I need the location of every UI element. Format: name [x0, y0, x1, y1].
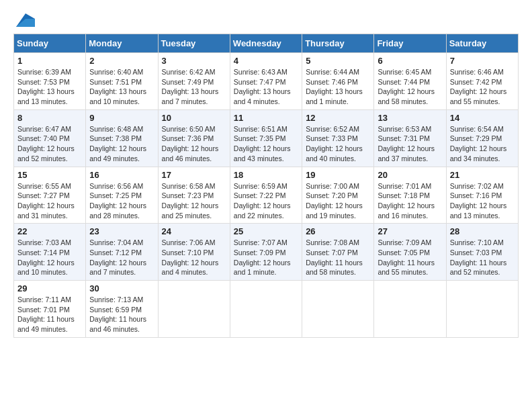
- logo-icon: [16, 13, 35, 27]
- day-number: 24: [162, 226, 226, 236]
- calendar-cell: 26Sunrise: 7:08 AMSunset: 7:07 PMDayligh…: [302, 224, 374, 281]
- calendar-cell: 5Sunrise: 6:44 AMSunset: 7:46 PMDaylight…: [302, 53, 374, 110]
- calendar-cell: 10Sunrise: 6:50 AMSunset: 7:36 PMDayligh…: [158, 109, 230, 167]
- calendar-cell: 14Sunrise: 6:54 AMSunset: 7:29 PMDayligh…: [446, 109, 518, 167]
- day-number: 18: [234, 170, 298, 180]
- calendar-cell: 30Sunrise: 7:13 AMSunset: 6:59 PMDayligh…: [86, 281, 158, 338]
- calendar-cell: 8Sunrise: 6:47 AMSunset: 7:40 PMDaylight…: [14, 109, 86, 167]
- calendar-cell: 28Sunrise: 7:10 AMSunset: 7:03 PMDayligh…: [446, 224, 518, 281]
- calendar-cell: 7Sunrise: 6:46 AMSunset: 7:42 PMDaylight…: [446, 53, 518, 110]
- calendar-cell: 21Sunrise: 7:02 AMSunset: 7:16 PMDayligh…: [446, 167, 518, 224]
- day-number: 23: [89, 226, 154, 236]
- calendar-cell: [446, 281, 518, 338]
- day-info: Sunrise: 6:48 AMSunset: 7:38 PMDaylight:…: [89, 124, 154, 164]
- calendar-cell: 23Sunrise: 7:04 AMSunset: 7:12 PMDayligh…: [86, 224, 158, 281]
- day-info: Sunrise: 7:02 AMSunset: 7:16 PMDaylight:…: [450, 181, 515, 221]
- day-info: Sunrise: 7:06 AMSunset: 7:10 PMDaylight:…: [162, 238, 226, 277]
- day-info: Sunrise: 7:11 AMSunset: 7:01 PMDaylight:…: [17, 295, 82, 334]
- day-info: Sunrise: 7:10 AMSunset: 7:03 PMDaylight:…: [450, 238, 515, 277]
- day-info: Sunrise: 6:40 AMSunset: 7:51 PMDaylight:…: [89, 67, 154, 107]
- calendar-cell: 24Sunrise: 7:06 AMSunset: 7:10 PMDayligh…: [158, 224, 230, 281]
- day-number: 4: [234, 56, 298, 66]
- calendar-week-row: 29Sunrise: 7:11 AMSunset: 7:01 PMDayligh…: [14, 281, 519, 338]
- day-number: 3: [162, 56, 226, 66]
- calendar-cell: 12Sunrise: 6:52 AMSunset: 7:33 PMDayligh…: [302, 109, 374, 167]
- calendar-cell: 27Sunrise: 7:09 AMSunset: 7:05 PMDayligh…: [374, 224, 446, 281]
- weekday-header-cell: Saturday: [446, 34, 518, 53]
- weekday-header-cell: Sunday: [14, 34, 86, 53]
- day-info: Sunrise: 6:54 AMSunset: 7:29 PMDaylight:…: [450, 124, 515, 164]
- day-info: Sunrise: 6:46 AMSunset: 7:42 PMDaylight:…: [450, 67, 515, 107]
- calendar-cell: 4Sunrise: 6:43 AMSunset: 7:47 PMDaylight…: [230, 53, 302, 110]
- day-number: 14: [450, 113, 515, 123]
- weekday-header-cell: Thursday: [302, 34, 374, 53]
- day-number: 15: [17, 170, 82, 180]
- day-number: 6: [378, 56, 442, 66]
- day-info: Sunrise: 6:59 AMSunset: 7:22 PMDaylight:…: [234, 181, 298, 221]
- calendar-cell: 9Sunrise: 6:48 AMSunset: 7:38 PMDaylight…: [86, 109, 158, 167]
- calendar-cell: 6Sunrise: 6:45 AMSunset: 7:44 PMDaylight…: [374, 53, 446, 110]
- day-info: Sunrise: 6:58 AMSunset: 7:23 PMDaylight:…: [162, 181, 226, 221]
- day-number: 7: [450, 56, 515, 66]
- weekday-header-cell: Tuesday: [158, 34, 230, 53]
- day-number: 5: [306, 56, 370, 66]
- day-number: 25: [234, 226, 298, 236]
- calendar-week-row: 22Sunrise: 7:03 AMSunset: 7:14 PMDayligh…: [14, 224, 519, 281]
- weekday-header-cell: Wednesday: [230, 34, 302, 53]
- day-number: 26: [306, 226, 370, 236]
- day-info: Sunrise: 6:56 AMSunset: 7:25 PMDaylight:…: [89, 181, 154, 221]
- calendar-week-row: 1Sunrise: 6:39 AMSunset: 7:53 PMDaylight…: [14, 53, 519, 110]
- day-info: Sunrise: 7:13 AMSunset: 6:59 PMDaylight:…: [89, 295, 154, 334]
- day-number: 29: [17, 283, 82, 293]
- calendar-week-row: 8Sunrise: 6:47 AMSunset: 7:40 PMDaylight…: [14, 109, 519, 167]
- day-number: 21: [450, 170, 515, 180]
- calendar-cell: 11Sunrise: 6:51 AMSunset: 7:35 PMDayligh…: [230, 109, 302, 167]
- day-number: 1: [17, 56, 82, 66]
- calendar-cell: 2Sunrise: 6:40 AMSunset: 7:51 PMDaylight…: [86, 53, 158, 110]
- calendar-cell: 15Sunrise: 6:55 AMSunset: 7:27 PMDayligh…: [14, 167, 86, 224]
- day-number: 16: [89, 170, 154, 180]
- day-number: 20: [378, 170, 442, 180]
- day-info: Sunrise: 7:01 AMSunset: 7:18 PMDaylight:…: [378, 181, 442, 221]
- calendar-cell: 29Sunrise: 7:11 AMSunset: 7:01 PMDayligh…: [14, 281, 86, 338]
- calendar-cell: 18Sunrise: 6:59 AMSunset: 7:22 PMDayligh…: [230, 167, 302, 224]
- day-info: Sunrise: 6:42 AMSunset: 7:49 PMDaylight:…: [162, 67, 226, 107]
- weekday-header-cell: Monday: [86, 34, 158, 53]
- day-info: Sunrise: 7:08 AMSunset: 7:07 PMDaylight:…: [306, 238, 370, 277]
- day-number: 22: [17, 226, 82, 236]
- day-info: Sunrise: 6:39 AMSunset: 7:53 PMDaylight:…: [17, 67, 82, 107]
- day-number: 9: [89, 113, 154, 123]
- calendar-cell: 16Sunrise: 6:56 AMSunset: 7:25 PMDayligh…: [86, 167, 158, 224]
- day-info: Sunrise: 7:03 AMSunset: 7:14 PMDaylight:…: [17, 238, 82, 277]
- day-info: Sunrise: 6:53 AMSunset: 7:31 PMDaylight:…: [378, 124, 442, 164]
- weekday-header-row: SundayMondayTuesdayWednesdayThursdayFrid…: [14, 34, 519, 53]
- day-info: Sunrise: 6:47 AMSunset: 7:40 PMDaylight:…: [17, 124, 82, 164]
- day-info: Sunrise: 6:52 AMSunset: 7:33 PMDaylight:…: [306, 124, 370, 164]
- day-info: Sunrise: 6:44 AMSunset: 7:46 PMDaylight:…: [306, 67, 370, 107]
- day-info: Sunrise: 6:50 AMSunset: 7:36 PMDaylight:…: [162, 124, 226, 164]
- calendar-cell: 22Sunrise: 7:03 AMSunset: 7:14 PMDayligh…: [14, 224, 86, 281]
- weekday-header-cell: Friday: [374, 34, 446, 53]
- calendar-table: SundayMondayTuesdayWednesdayThursdayFrid…: [13, 34, 519, 338]
- calendar-body: 1Sunrise: 6:39 AMSunset: 7:53 PMDaylight…: [14, 53, 519, 338]
- calendar-cell: 25Sunrise: 7:07 AMSunset: 7:09 PMDayligh…: [230, 224, 302, 281]
- calendar-cell: 19Sunrise: 7:00 AMSunset: 7:20 PMDayligh…: [302, 167, 374, 224]
- day-info: Sunrise: 7:07 AMSunset: 7:09 PMDaylight:…: [234, 238, 298, 277]
- day-number: 8: [17, 113, 82, 123]
- page-header: [13, 13, 519, 27]
- day-number: 13: [378, 113, 442, 123]
- calendar-cell: 3Sunrise: 6:42 AMSunset: 7:49 PMDaylight…: [158, 53, 230, 110]
- logo: [13, 13, 36, 27]
- calendar-cell: [374, 281, 446, 338]
- day-number: 30: [89, 283, 154, 293]
- day-number: 27: [378, 226, 442, 236]
- day-number: 28: [450, 226, 515, 236]
- day-number: 17: [162, 170, 226, 180]
- calendar-cell: 1Sunrise: 6:39 AMSunset: 7:53 PMDaylight…: [14, 53, 86, 110]
- calendar-cell: [302, 281, 374, 338]
- day-number: 2: [89, 56, 154, 66]
- day-info: Sunrise: 6:45 AMSunset: 7:44 PMDaylight:…: [378, 67, 442, 107]
- day-info: Sunrise: 6:43 AMSunset: 7:47 PMDaylight:…: [234, 67, 298, 107]
- calendar-cell: 13Sunrise: 6:53 AMSunset: 7:31 PMDayligh…: [374, 109, 446, 167]
- calendar-cell: [158, 281, 230, 338]
